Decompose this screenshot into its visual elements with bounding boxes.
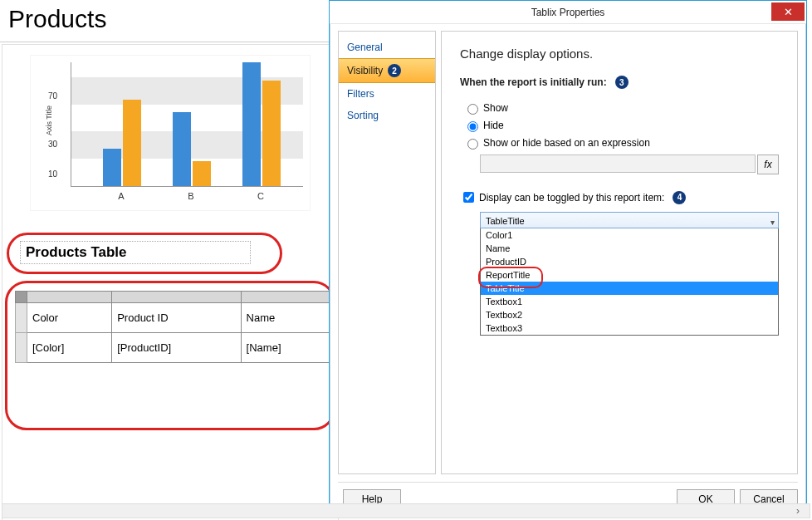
toggle-item-combobox[interactable]: TableTitle ▾ Color1 Name ProductID Repor…	[480, 212, 779, 336]
bar	[173, 112, 191, 186]
combobox-dropdown: Color1 Name ProductID ReportTitle TableT…	[480, 228, 779, 336]
column-handle[interactable]	[241, 292, 331, 303]
combobox-option[interactable]: ProductID	[481, 255, 778, 268]
bar	[193, 161, 211, 186]
chevron-down-icon: ▾	[770, 214, 775, 231]
preview-chart: Axis Title 10 30 70 A B C	[30, 55, 311, 211]
annotation-badge: 3	[615, 76, 629, 89]
dialog-nav-pane: General Visibility 2 Filters Sorting	[338, 31, 436, 474]
y-tick: 70	[48, 91, 57, 100]
radio-show[interactable]: Show	[463, 101, 779, 115]
combobox-display[interactable]: TableTitle ▾	[480, 212, 779, 228]
chart-plot-area: 10 30 70 A B C	[71, 62, 303, 187]
row-handle[interactable]	[16, 333, 27, 363]
x-category: A	[118, 191, 124, 201]
nav-visibility-label: Visibility	[347, 65, 383, 76]
toggle-checkbox-row[interactable]: Display can be toggled by this report it…	[460, 189, 779, 205]
data-cell[interactable]: [Color]	[27, 333, 112, 363]
radio-expression-input[interactable]	[467, 139, 478, 150]
combobox-option[interactable]: Textbox1	[481, 295, 778, 308]
column-header-cell[interactable]: Name	[241, 303, 331, 333]
dialog-content-pane: Change display options. When the report …	[441, 31, 798, 474]
initial-run-label: When the report is initially run:	[460, 76, 607, 88]
report-title: Products	[0, 0, 340, 42]
chart-y-axis-title: Axis Title	[45, 105, 53, 135]
nav-general[interactable]: General	[339, 37, 435, 58]
bar	[123, 100, 141, 186]
radio-hide-input[interactable]	[467, 121, 478, 132]
dialog-title: Tablix Properties	[531, 7, 605, 18]
nav-visibility[interactable]: Visibility 2	[339, 58, 435, 83]
data-cell[interactable]: [Name]	[241, 333, 331, 363]
column-handle[interactable]	[27, 292, 112, 303]
column-handle[interactable]	[112, 292, 241, 303]
combobox-option[interactable]: ReportTitle	[481, 268, 778, 282]
nav-filters[interactable]: Filters	[339, 83, 435, 105]
annotation-badge: 2	[388, 64, 401, 77]
radio-expression[interactable]: Show or hide based on an expression	[463, 136, 779, 150]
combobox-option-selected[interactable]: TableTitle	[481, 282, 778, 295]
dialog-titlebar[interactable]: Tablix Properties ✕	[330, 1, 806, 24]
tablix-design-grid[interactable]: Color Product ID Name [Color] [ProductID…	[15, 291, 332, 363]
expression-input[interactable]	[480, 155, 756, 173]
nav-sorting[interactable]: Sorting	[339, 105, 435, 126]
combobox-value: TableTitle	[486, 216, 525, 226]
row-handle[interactable]	[16, 303, 27, 333]
expression-fx-button[interactable]: fx	[757, 155, 779, 174]
report-body: Axis Title 10 30 70 A B C	[2, 44, 339, 520]
combobox-option[interactable]: Textbox3	[481, 321, 778, 335]
bar	[262, 81, 281, 186]
close-button[interactable]: ✕	[771, 2, 805, 21]
x-category: B	[188, 191, 193, 201]
data-cell[interactable]: [ProductID]	[112, 333, 241, 363]
y-tick: 10	[48, 169, 57, 178]
horizontal-scrollbar[interactable]: ›	[2, 503, 810, 518]
tablix-properties-dialog: Tablix Properties ✕ General Visibility 2…	[329, 0, 807, 517]
radio-show-input[interactable]	[467, 104, 478, 115]
scroll-right-icon[interactable]: ›	[790, 504, 806, 518]
radio-hide[interactable]: Hide	[463, 119, 779, 132]
x-category: C	[257, 191, 264, 201]
bar	[242, 62, 261, 186]
bar	[103, 149, 121, 186]
radio-expression-label: Show or hide based on an expression	[483, 137, 650, 149]
table-title-textbox[interactable]: Products Table	[20, 241, 251, 264]
combobox-option[interactable]: Name	[481, 242, 778, 255]
section-heading: Change display options.	[460, 47, 779, 61]
radio-show-label: Show	[483, 102, 508, 114]
y-tick: 30	[48, 139, 57, 148]
column-header-cell[interactable]: Color	[27, 303, 112, 333]
combobox-option[interactable]: Textbox2	[481, 308, 778, 321]
column-header-cell[interactable]: Product ID	[112, 303, 241, 333]
radio-hide-label: Hide	[483, 120, 504, 131]
close-icon: ✕	[784, 6, 793, 18]
toggle-checkbox-label: Display can be toggled by this report it…	[479, 192, 664, 204]
tablix-corner-handle[interactable]	[16, 292, 27, 303]
toggle-checkbox[interactable]	[463, 192, 474, 203]
annotation-badge: 4	[673, 191, 686, 204]
combobox-option[interactable]: Color1	[481, 228, 778, 242]
report-design-surface: Products Axis Title 10 30 70 A B	[0, 0, 340, 520]
